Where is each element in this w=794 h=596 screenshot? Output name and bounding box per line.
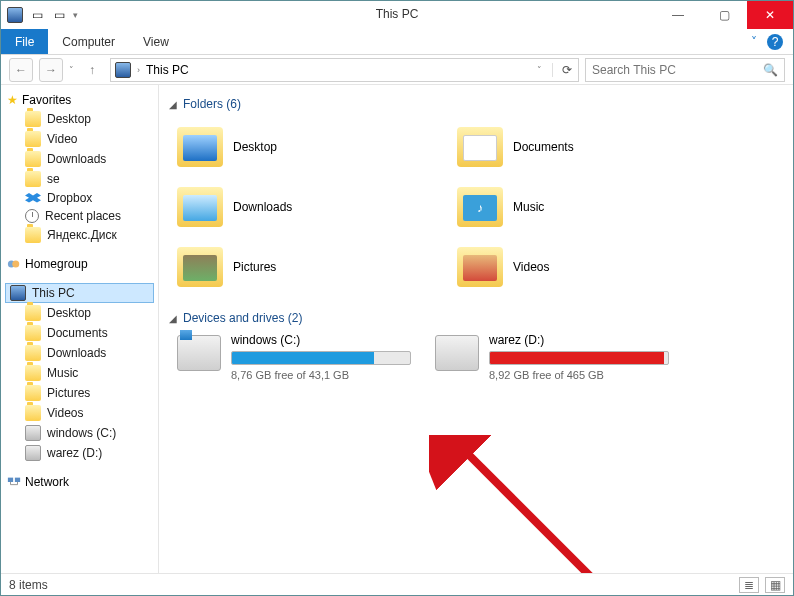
folder-tile-desktop[interactable]: Desktop (177, 119, 427, 175)
drive-meta: windows (C:) 8,76 GB free of 43,1 GB (231, 333, 411, 381)
recent-icon (25, 209, 39, 223)
folder-icon (25, 171, 41, 187)
breadcrumb-location[interactable]: This PC (146, 63, 189, 77)
tree-thispc-header[interactable]: This PC (5, 283, 154, 303)
address-toolbar: ← → ˅ ↑ › This PC ˅ ⟳ 🔍 (1, 55, 793, 85)
search-input[interactable] (592, 63, 763, 77)
folder-icon (25, 325, 41, 341)
location-icon (115, 62, 131, 78)
folder-icon (25, 131, 41, 147)
folder-icon (25, 365, 41, 381)
sidebar-item-downloads[interactable]: Downloads (5, 149, 154, 169)
search-icon: 🔍 (763, 63, 778, 77)
ribbon-collapse-icon[interactable]: ˅ (751, 35, 757, 49)
sidebar-item-dropbox[interactable]: Dropbox (5, 189, 154, 207)
folder-icon (25, 345, 41, 361)
folder-tile-documents[interactable]: Documents (457, 119, 707, 175)
drive-tile-d[interactable]: warez (D:) 8,92 GB free of 465 GB (435, 333, 685, 381)
sidebar-item-pc-videos[interactable]: Videos (5, 403, 154, 423)
tab-file[interactable]: File (1, 29, 48, 54)
drive-free-text: 8,92 GB free of 465 GB (489, 369, 669, 381)
drive-icon (435, 335, 479, 371)
drive-icon (177, 335, 221, 371)
qat-customize-icon[interactable]: ▾ (73, 10, 78, 20)
folders-grid: Desktop Documents Downloads ♪Music Pictu… (169, 119, 783, 295)
network-icon (7, 475, 21, 489)
tree-network-group: Network (5, 473, 154, 491)
back-button[interactable]: ← (9, 58, 33, 82)
qat-properties-icon[interactable]: ▭ (29, 7, 45, 23)
items-view[interactable]: ◢ Folders (6) Desktop Documents Download… (159, 85, 793, 573)
folder-icon (25, 111, 41, 127)
tab-computer[interactable]: Computer (48, 29, 129, 54)
sidebar-item-desktop[interactable]: Desktop (5, 109, 154, 129)
help-icon[interactable]: ? (767, 34, 783, 50)
group-header-folders[interactable]: ◢ Folders (6) (169, 97, 783, 111)
explorer-window: ▭ ▭ ▾ This PC — ▢ ✕ File Computer View ˅… (0, 0, 794, 596)
svg-point-1 (12, 261, 19, 268)
folder-icon (25, 227, 41, 243)
sidebar-item-se[interactable]: se (5, 169, 154, 189)
close-button[interactable]: ✕ (747, 1, 793, 29)
group-header-drives[interactable]: ◢ Devices and drives (2) (169, 311, 783, 325)
maximize-button[interactable]: ▢ (701, 1, 747, 29)
refresh-button[interactable]: ⟳ (552, 63, 574, 77)
folder-icon (457, 127, 503, 167)
breadcrumb-sep[interactable]: › (137, 65, 140, 75)
homegroup-icon (7, 257, 21, 271)
sidebar-item-pc-desktop[interactable]: Desktop (5, 303, 154, 323)
tab-view[interactable]: View (129, 29, 183, 54)
annotation-arrow (429, 435, 649, 573)
sidebar-item-pc-music[interactable]: Music (5, 363, 154, 383)
folder-icon (25, 405, 41, 421)
minimize-button[interactable]: — (655, 1, 701, 29)
sidebar-item-pc-documents[interactable]: Documents (5, 323, 154, 343)
content-area: ★ Favorites Desktop Video Downloads se D… (1, 85, 793, 573)
folder-tile-videos[interactable]: Videos (457, 239, 707, 295)
drive-meta: warez (D:) 8,92 GB free of 465 GB (489, 333, 669, 381)
sidebar-item-pc-pictures[interactable]: Pictures (5, 383, 154, 403)
up-button[interactable]: ↑ (80, 58, 104, 82)
svg-rect-3 (15, 478, 20, 482)
address-bar[interactable]: › This PC ˅ ⟳ (110, 58, 579, 82)
system-menu-icon[interactable] (7, 7, 23, 23)
window-controls: — ▢ ✕ (655, 1, 793, 29)
quick-access-toolbar: ▭ ▭ ▾ (1, 7, 78, 23)
dropbox-icon (25, 193, 41, 205)
drive-icon (25, 445, 41, 461)
drives-grid: windows (C:) 8,76 GB free of 43,1 GB war… (169, 333, 783, 381)
computer-icon (10, 285, 26, 301)
navigation-pane[interactable]: ★ Favorites Desktop Video Downloads se D… (1, 85, 159, 573)
sidebar-item-recent[interactable]: Recent places (5, 207, 154, 225)
folder-icon (457, 247, 503, 287)
folder-icon (177, 187, 223, 227)
forward-button[interactable]: → (39, 58, 63, 82)
titlebar: ▭ ▭ ▾ This PC — ▢ ✕ (1, 1, 793, 29)
search-box[interactable]: 🔍 (585, 58, 785, 82)
address-history-icon[interactable]: ˅ (537, 65, 542, 75)
tree-homegroup-group: Homegroup (5, 255, 154, 273)
sidebar-item-pc-downloads[interactable]: Downloads (5, 343, 154, 363)
sidebar-item-yandex[interactable]: Яндекс.Диск (5, 225, 154, 245)
history-dropdown-icon[interactable]: ˅ (69, 65, 74, 75)
svg-rect-2 (8, 478, 13, 482)
sidebar-item-pc-c[interactable]: windows (C:) (5, 423, 154, 443)
folder-tile-music[interactable]: ♪Music (457, 179, 707, 235)
folder-tile-downloads[interactable]: Downloads (177, 179, 427, 235)
sidebar-item-video[interactable]: Video (5, 129, 154, 149)
drive-tile-c[interactable]: windows (C:) 8,76 GB free of 43,1 GB (177, 333, 427, 381)
homegroup-label: Homegroup (25, 257, 88, 271)
tree-favorites-header[interactable]: ★ Favorites (5, 91, 154, 109)
tree-favorites-group: ★ Favorites Desktop Video Downloads se D… (5, 91, 154, 245)
folder-icon (25, 305, 41, 321)
view-details-button[interactable]: ≣ (739, 577, 759, 593)
thispc-label: This PC (32, 286, 75, 300)
tree-homegroup-header[interactable]: Homegroup (5, 255, 154, 273)
tree-network-header[interactable]: Network (5, 473, 154, 491)
drive-label: warez (D:) (489, 333, 669, 347)
folder-tile-pictures[interactable]: Pictures (177, 239, 427, 295)
view-icons-button[interactable]: ▦ (765, 577, 785, 593)
collapse-icon: ◢ (169, 99, 177, 110)
qat-newfolder-icon[interactable]: ▭ (51, 7, 67, 23)
sidebar-item-pc-d[interactable]: warez (D:) (5, 443, 154, 463)
